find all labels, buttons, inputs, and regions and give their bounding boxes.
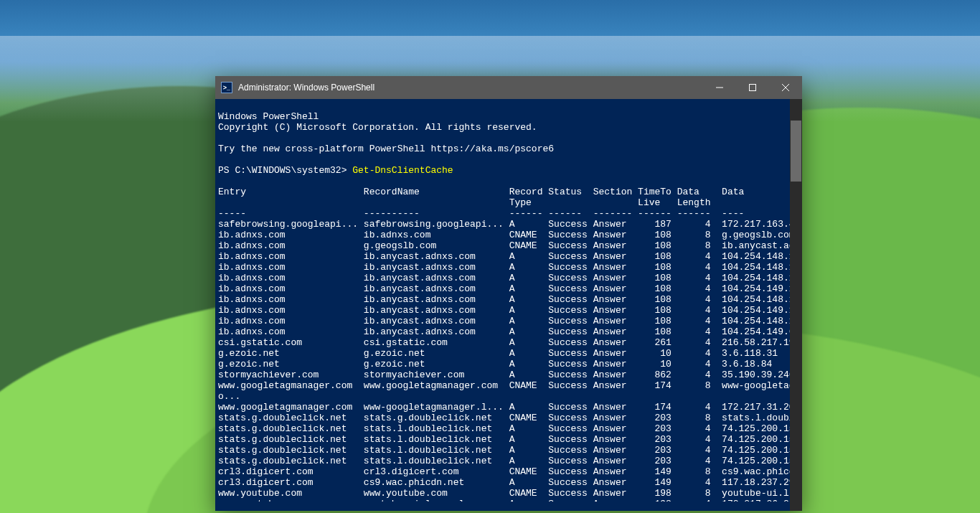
maximize-icon [749, 84, 756, 91]
window-titlebar[interactable]: >_ Administrator: Windows PowerShell [215, 76, 802, 99]
maximize-button[interactable] [736, 76, 769, 99]
powershell-icon: >_ [221, 82, 232, 93]
close-icon [782, 84, 789, 91]
close-button[interactable] [769, 76, 802, 99]
terminal-scrollbar[interactable] [790, 99, 802, 511]
powershell-window: >_ Administrator: Windows PowerShell Win… [215, 76, 802, 511]
terminal-output[interactable]: Windows PowerShell Copyright (C) Microso… [215, 108, 802, 502]
svg-rect-1 [750, 85, 756, 91]
window-title: Administrator: Windows PowerShell [238, 83, 374, 93]
minimize-button[interactable] [703, 76, 736, 99]
scrollbar-thumb[interactable] [791, 121, 801, 182]
powershell-icon-glyph: >_ [223, 84, 230, 91]
minimize-icon [716, 84, 723, 91]
